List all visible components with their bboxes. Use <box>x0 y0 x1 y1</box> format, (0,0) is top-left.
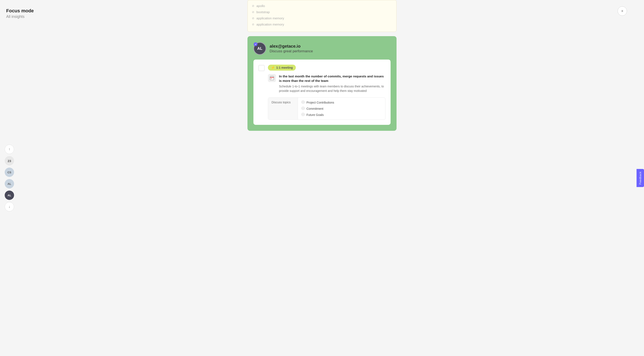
topics-row: Discuss topics Project C <box>268 98 385 120</box>
top-card-item-1: ⊘ bootstrap <box>252 9 392 15</box>
avatar-badge <box>254 42 258 46</box>
inner-card: ⚡ 1:1 meeting <box>254 60 390 125</box>
chat-icon-1 <box>301 107 305 111</box>
down-arrow-icon: ↓ <box>8 205 10 209</box>
tag-icon-3: ⊘ <box>252 23 254 26</box>
meeting-badge: ⚡ 1:1 meeting <box>268 65 386 74</box>
top-card-item-3: ⊘ application memory <box>252 21 392 27</box>
svg-point-6 <box>302 107 304 110</box>
content-area: ⚡ 1:1 meeting <box>268 65 386 120</box>
up-arrow-icon: ↑ <box>8 147 10 151</box>
green-card: AL alex@getace.io Discuss great performa… <box>248 36 396 131</box>
top-card-item-2: ⊘ application memory <box>252 15 392 21</box>
nav-avatar-al-1[interactable]: AL <box>5 179 14 188</box>
calendar-icon <box>268 74 276 82</box>
topic-item-0: Project Contributions <box>301 99 382 106</box>
svg-rect-1 <box>270 77 274 78</box>
topics-list: Project Contributions <box>298 98 385 120</box>
chat-icon-2 <box>301 113 305 117</box>
nav-avatar-al-2[interactable]: AL <box>5 190 14 200</box>
top-card-item-0: ⊘ apollo <box>252 3 392 9</box>
top-card: ⊘ apollo ⊘ bootstrap ⊘ application memor… <box>248 0 396 32</box>
insight-description: Schedule 1-to-1 meetings with team membe… <box>279 84 386 93</box>
svg-rect-0 <box>270 76 274 80</box>
insight-title: In the last month the number of commits,… <box>279 74 386 83</box>
user-info: alex@getace.io Discuss great performance <box>270 44 313 53</box>
svg-point-5 <box>302 101 304 104</box>
lightning-icon: ⚡ <box>271 66 275 70</box>
topics-label: Discuss topics <box>268 98 298 120</box>
chat-icon-0 <box>301 100 305 104</box>
topic-item-1: Commitment <box>301 106 382 112</box>
topic-item-2: Future Goals <box>301 112 382 118</box>
close-button[interactable]: × <box>618 6 627 16</box>
nav-number[interactable]: 23 <box>5 156 14 166</box>
svg-rect-4 <box>271 78 272 79</box>
focus-mode-title: Focus mode <box>6 8 34 14</box>
nav-avatar-cs[interactable]: CS <box>5 168 14 177</box>
close-icon: × <box>621 9 624 13</box>
svg-point-7 <box>302 113 304 116</box>
tag-icon-1: ⊘ <box>252 10 254 14</box>
checkbox[interactable] <box>258 65 264 71</box>
insight-content: In the last month the number of commits,… <box>268 74 386 93</box>
focus-mode-subtitle: All insights <box>6 14 34 19</box>
user-email: alex@getace.io <box>270 44 313 49</box>
nav-up-button[interactable]: ↑ <box>5 145 14 154</box>
avatar: AL <box>254 42 266 55</box>
tag-icon-0: ⊘ <box>252 4 254 7</box>
tag-icon-2: ⊘ <box>252 16 254 20</box>
nav-down-button[interactable]: ↓ <box>5 202 14 211</box>
topics-table: Discuss topics Project C <box>268 97 386 120</box>
user-header: AL alex@getace.io Discuss great performa… <box>254 42 390 55</box>
focus-mode-label: Focus mode All insights <box>6 8 34 19</box>
nav-sidebar: ↑ 23 CS AL AL ↓ <box>5 145 14 211</box>
insight-text: In the last month the number of commits,… <box>279 74 386 93</box>
user-description: Discuss great performance <box>270 49 313 53</box>
feedback-button[interactable]: Feedback <box>636 169 644 187</box>
card-header: ⚡ 1:1 meeting <box>258 65 386 120</box>
